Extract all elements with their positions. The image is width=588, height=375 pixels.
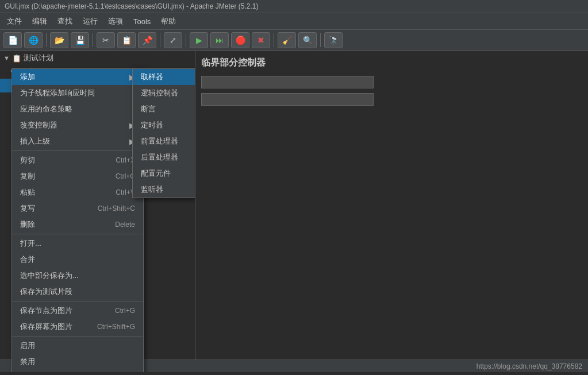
paste-button[interactable]: 📌 [138, 32, 156, 48]
sub1-pre-label: 前置处理器 [141, 136, 178, 146]
toolbar-sep-2 [93, 33, 93, 47]
ctx-delete-label: 删除 [20, 219, 35, 230]
ctx-enable-label: 启用 [20, 341, 35, 351]
menu-tools[interactable]: Tools [129, 16, 155, 28]
sub1-post[interactable]: 后置处理器 ▶ [133, 149, 195, 165]
panel-comment-input[interactable] [201, 93, 374, 106]
main-layout: ▼ 📋 测试计划 ▼ ⚙ 线程组 ▼ 📁 临... 📄 JP... 📊 察... [0, 51, 588, 372]
ctx-cut-label: 剪切 [20, 155, 35, 165]
ctx-saveas[interactable]: 选中部分保存为... [12, 268, 143, 284]
ctx-naming-label: 应用的命名策略 [20, 104, 72, 114]
menu-file[interactable]: 文件 [2, 14, 26, 28]
clear-button[interactable]: 🧹 [278, 32, 296, 48]
sub1-config-label: 配置元件 [141, 168, 171, 179]
sub1-logiccontroller-label: 逻辑控制器 [141, 88, 178, 98]
icon-testplan: 📋 [12, 54, 21, 63]
ctx-disable-label: 禁用 [20, 357, 35, 367]
panel-title: 临界部分控制器 [201, 57, 582, 69]
templates-button[interactable]: 🌐 [24, 32, 43, 48]
ctx-duplicate-label: 复写 [20, 203, 35, 214]
menu-edit[interactable]: 编辑 [28, 14, 52, 28]
toolbar-sep-6 [320, 33, 321, 47]
sub1-config[interactable]: 配置元件 ▶ [133, 165, 195, 181]
sub1-pre[interactable]: 前置处理器 ▶ [133, 133, 195, 149]
ctx-sep-2 [12, 234, 143, 234]
sub1-sampler-label: 取样器 [141, 72, 163, 82]
ctx-savescreen-label: 保存屏幕为图片 [20, 322, 72, 332]
start-button[interactable]: ▶ [190, 32, 208, 48]
sub1-sampler[interactable]: 取样器 ▶ [133, 69, 195, 85]
sub1-assertion[interactable]: 断言 ▶ [133, 101, 195, 117]
ctx-naming[interactable]: 应用的命名策略 [12, 101, 143, 117]
arrow-testplan: ▼ [3, 55, 10, 61]
content-panel: 临界部分控制器 [195, 51, 588, 372]
ctx-addresponse-label: 为子线程添加响应时间 [20, 88, 95, 98]
ctx-savefrag-label: 保存为测试片段 [20, 287, 72, 297]
ctx-toggle[interactable]: 切换 Ctrl+T [12, 370, 143, 372]
submenu-level1: 取样器 ▶ 逻辑控制器 ▶ 断言 ▶ 定时器 ▶ 前置处理器 ▶ 后置处理器 ▶ [132, 68, 195, 198]
ctx-cut[interactable]: 剪切 Ctrl+X [12, 152, 143, 168]
ctx-open[interactable]: 打开... [12, 235, 143, 252]
panel-row-comment [201, 93, 582, 106]
shutdown-button[interactable]: ✖ [252, 32, 270, 48]
ctx-delete-shortcut: Delete [115, 221, 135, 229]
menu-find[interactable]: 查找 [53, 14, 77, 28]
menu-help[interactable]: 帮助 [156, 14, 180, 28]
ctx-changecontroller[interactable]: 改变控制器 ▶ [12, 117, 143, 133]
ctx-savefrag[interactable]: 保存为测试片段 [12, 284, 143, 300]
ctx-savenode-label: 保存节点为图片 [20, 306, 72, 316]
title-text: GUI.jmx (D:\apache-jmeter-5.1.1\testcase… [5, 2, 258, 10]
ctx-add-label: 添加 [20, 72, 35, 82]
ctx-insertparent-label: 插入上级 [20, 136, 50, 146]
toolbar-sep-5 [274, 33, 274, 47]
ctx-addresponse[interactable]: 为子线程添加响应时间 [12, 85, 143, 101]
start-no-pause-button[interactable]: ⏭ [210, 32, 229, 48]
ctx-merge-label: 合并 [20, 254, 35, 265]
tree-item-testplan[interactable]: ▼ 📋 测试计划 [0, 51, 195, 65]
ctx-add[interactable]: 添加 ▶ [12, 69, 143, 85]
ctx-sep-4 [12, 336, 143, 337]
save-button[interactable]: 💾 [71, 32, 89, 48]
sub1-assertion-label: 断言 [141, 104, 156, 114]
search-button[interactable]: 🔍 [298, 32, 317, 48]
ctx-paste[interactable]: 粘贴 Ctrl+V [12, 184, 143, 200]
sub1-logiccontroller[interactable]: 逻辑控制器 ▶ [133, 85, 195, 101]
toolbar-sep-1 [46, 33, 47, 47]
ctx-duplicate-shortcut: Ctrl+Shift+C [98, 204, 135, 212]
menu-run[interactable]: 运行 [78, 14, 102, 28]
new-button[interactable]: 📄 [3, 32, 22, 48]
ctx-savescreen[interactable]: 保存屏幕为图片 Ctrl+Shift+G [12, 319, 143, 335]
sub1-listener[interactable]: 监听器 ▶ [133, 181, 195, 198]
ctx-copy-label: 复制 [20, 171, 35, 181]
menu-bar: 文件 编辑 查找 运行 选项 Tools 帮助 [0, 13, 588, 30]
ctx-open-label: 打开... [20, 238, 41, 249]
toolbar-sep-3 [160, 33, 160, 47]
ctx-sep-3 [12, 301, 143, 301]
ctx-delete[interactable]: 删除 Delete [12, 217, 143, 233]
open-button[interactable]: 📂 [50, 32, 68, 48]
ctx-duplicate[interactable]: 复写 Ctrl+Shift+C [12, 200, 143, 217]
ctx-changecontroller-label: 改变控制器 [20, 120, 57, 130]
ctx-saveas-label: 选中部分保存为... [20, 270, 79, 281]
panel-name-input[interactable] [201, 76, 374, 88]
stop-button[interactable]: 🛑 [231, 32, 249, 48]
sub1-timer[interactable]: 定时器 ▶ [133, 117, 195, 133]
ctx-insertparent[interactable]: 插入上级 ▶ [12, 133, 143, 149]
ctx-sep-1 [12, 150, 143, 151]
ctx-enable[interactable]: 启用 [12, 338, 143, 354]
ctx-disable[interactable]: 禁用 [12, 354, 143, 370]
sub1-listener-label: 监听器 [141, 184, 163, 195]
ctx-savenode[interactable]: 保存节点为图片 Ctrl+G [12, 303, 143, 319]
copy-button[interactable]: 📋 [117, 32, 136, 48]
sub1-timer-label: 定时器 [141, 120, 163, 130]
cut-button[interactable]: ✂ [97, 32, 115, 48]
expand-button[interactable]: ⤢ [164, 32, 182, 48]
browse-button[interactable]: 🔭 [324, 32, 343, 48]
ctx-copy[interactable]: 复制 Ctrl+C [12, 168, 143, 184]
ctx-paste-label: 粘贴 [20, 187, 35, 198]
status-url: https://blog.csdn.net/qq_38776582 [476, 362, 582, 370]
menu-options[interactable]: 选项 [103, 14, 128, 28]
toolbar: 📄 🌐 📂 💾 ✂ 📋 📌 ⤢ ▶ ⏭ 🛑 ✖ 🧹 🔍 🔭 [0, 30, 588, 51]
context-menu: 添加 ▶ 为子线程添加响应时间 应用的命名策略 改变控制器 ▶ 插入上级 ▶ 剪… [11, 68, 144, 372]
ctx-merge[interactable]: 合并 [12, 252, 143, 268]
